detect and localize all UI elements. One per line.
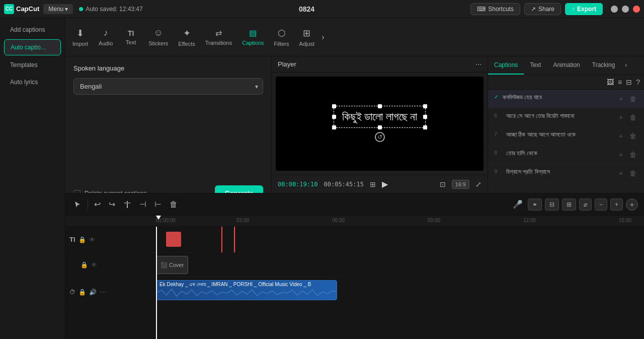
caption-add-7[interactable]: + — [616, 131, 626, 141]
screenshot-icon[interactable]: ⊡ — [440, 180, 446, 188]
handle-tm[interactable] — [378, 104, 382, 108]
caption-del-0[interactable]: 🗑 — [628, 94, 638, 104]
caption-del-6[interactable]: 🗑 — [628, 112, 638, 122]
caption-clip-main[interactable] — [166, 232, 181, 247]
magnet-button[interactable]: ⊞ — [562, 198, 576, 211]
tool-adjust-label: Adjust — [299, 41, 315, 47]
handle-bl[interactable] — [332, 125, 336, 129]
handle-br[interactable] — [423, 125, 427, 129]
caption-del-8[interactable]: 🗑 — [628, 150, 638, 160]
export-button[interactable]: ↑ Export — [565, 3, 603, 15]
tool-captions[interactable]: ▤ Captions — [237, 25, 269, 49]
tab-text[interactable]: Text — [524, 56, 547, 75]
video-lock-icon[interactable]: 🔒 — [78, 289, 86, 296]
select-tool[interactable] — [71, 198, 84, 211]
tab-animation[interactable]: Animation — [547, 56, 586, 75]
handle-rm[interactable] — [423, 115, 427, 119]
zoom-in-button[interactable]: + — [610, 198, 623, 211]
split-button[interactable] — [121, 198, 133, 211]
captions-image-icon[interactable]: 🖼 — [607, 78, 614, 86]
spoken-language-title: Spoken language — [73, 64, 263, 72]
nav-add-captions[interactable]: Add captions — [4, 22, 61, 37]
tab-captions[interactable]: Captions — [488, 56, 524, 75]
tool-adjust[interactable]: ⊞ Adjust — [294, 25, 320, 50]
zoom-out-button[interactable]: − — [595, 198, 607, 211]
caption-text-6: আরে সে আগে তোর বিয়েটা পাকাবো — [506, 112, 612, 119]
redo-button[interactable]: ↪ — [107, 197, 117, 211]
minimize-button[interactable] — [611, 6, 618, 13]
shortcuts-button[interactable]: ⌨ Shortcuts — [470, 3, 520, 15]
stickers-icon: ☺ — [154, 28, 163, 38]
caption-add-6[interactable]: + — [616, 112, 626, 122]
share-button[interactable]: ↗ Share — [524, 3, 561, 15]
caption-add-8[interactable]: + — [616, 150, 626, 160]
rotate-handle[interactable]: ↺ — [375, 132, 385, 142]
handle-lm[interactable] — [332, 115, 336, 119]
caption-eye-icon[interactable]: 👁 — [89, 236, 95, 243]
captions-help-icon[interactable]: ? — [636, 78, 640, 86]
delete-clip-button[interactable]: 🗑 — [168, 198, 180, 211]
handle-tl[interactable] — [332, 104, 336, 108]
handle-bm[interactable] — [378, 125, 382, 129]
menu-button[interactable]: Menu ▾ — [43, 4, 73, 14]
ruler-mark-5: 15:00 — [619, 218, 631, 223]
ratio-badge[interactable]: 16:9 — [452, 180, 469, 189]
generate-button[interactable]: Generate — [215, 185, 263, 193]
caption-item-7[interactable]: 7 আচ্ছা ঠিক আছে আগে আসতো ওকে + 🗑 — [488, 127, 644, 146]
tool-stickers[interactable]: ☺ Stickers — [143, 25, 173, 49]
timeline: ↩ ↪ ⊣ ⊢ 🗑 🎤 ⚭ ⊟ ⊞ ⌀ − + + — [65, 193, 644, 339]
left-nav: Add captions Auto captio... Templates Au… — [0, 18, 65, 94]
toolbar-more-icon[interactable]: › — [319, 33, 326, 42]
caption-item-9[interactable]: 9 বিশ্বাসে প্রতি বিশ্বাসে + 🗑 — [488, 164, 644, 183]
video-vol-icon[interactable]: 🔊 — [89, 289, 97, 296]
handle-tr[interactable] — [423, 104, 427, 108]
cover-eye-icon[interactable]: 👁 — [91, 261, 97, 268]
fullscreen-icon[interactable]: ⤢ — [475, 180, 481, 188]
tool-transitions[interactable]: ⇄ Transitions — [200, 25, 237, 49]
maximize-button[interactable] — [622, 6, 629, 13]
nav-templates[interactable]: Templates — [4, 57, 61, 73]
caption-lock-icon[interactable]: 🔒 — [78, 236, 86, 243]
tool-import[interactable]: ⬇ Import — [67, 25, 93, 50]
tool-effects[interactable]: ✦ Effects — [173, 25, 200, 50]
undo-button[interactable]: ↩ — [92, 197, 103, 211]
caption-item-8[interactable]: 8 তোর হাসি থেকে + 🗑 — [488, 146, 644, 164]
tab-tracking[interactable]: Tracking — [586, 56, 621, 75]
video-track-more[interactable]: ⋯ — [100, 288, 107, 296]
caption-item-6[interactable]: 6 আরে সে আগে তোর বিয়েটা পাকাবো + 🗑 — [488, 108, 644, 127]
captions-split-icon[interactable]: ⊟ — [626, 78, 632, 86]
link-clips-button[interactable]: ⚭ — [528, 198, 542, 211]
caption-add-9[interactable]: + — [616, 168, 626, 178]
caption-del-7[interactable]: 🗑 — [628, 131, 638, 141]
nav-auto-caption[interactable]: Auto captio... — [4, 39, 61, 55]
video-clip[interactable]: Ek Dekhay _ এক দেখায় _ IMRAN _ PORSHI _… — [156, 280, 337, 300]
effects-icon: ✦ — [183, 28, 191, 39]
caption-del-9[interactable]: 🗑 — [628, 168, 638, 178]
caption-selection-box[interactable]: কিছুই ডালো লাগছে না — [334, 106, 426, 128]
right-tabs-more[interactable]: › — [621, 56, 631, 75]
caption-item-0[interactable]: ✓ কনফিউজড হেয় যাবে + 🗑 — [488, 90, 644, 108]
player-menu-icon[interactable]: ⋯ — [475, 61, 481, 68]
titlebar: CC CapCut Menu ▾ Auto saved: 12:43:47 08… — [0, 0, 644, 18]
trim-left-button[interactable]: ⊣ — [137, 197, 148, 211]
language-select[interactable]: Bengali English Hindi — [73, 78, 263, 95]
captions-align-icon[interactable]: ≡ — [618, 78, 622, 86]
close-button[interactable] — [633, 6, 640, 13]
play-button[interactable]: ▶ — [382, 179, 388, 189]
autosave-indicator: Auto saved: 12:43:47 — [79, 6, 142, 13]
tool-audio[interactable]: ♪ Audio — [93, 25, 118, 49]
tool-text[interactable]: TI Text — [118, 26, 143, 48]
tool-filters[interactable]: ⬡ Filters — [269, 25, 294, 50]
snap-button[interactable]: ⊟ — [545, 198, 559, 211]
mic-button[interactable]: 🎤 — [511, 197, 525, 211]
trim-right-button[interactable]: ⊢ — [152, 197, 164, 211]
grid-view-icon[interactable]: ⊞ — [370, 180, 376, 188]
nav-auto-lyrics[interactable]: Auto lyrics — [4, 75, 61, 90]
add-track-button[interactable]: + — [626, 198, 638, 211]
tracks-container: TI 🔒 👁 🔒 — [65, 227, 644, 339]
cover-clip[interactable]: ⬛ Cover — [156, 256, 188, 274]
cover-lock-icon[interactable]: 🔒 — [80, 261, 88, 268]
bezier-button[interactable]: ⌀ — [579, 198, 592, 211]
caption-add-0[interactable]: + — [616, 94, 626, 104]
captions-icon: ▤ — [249, 28, 257, 38]
